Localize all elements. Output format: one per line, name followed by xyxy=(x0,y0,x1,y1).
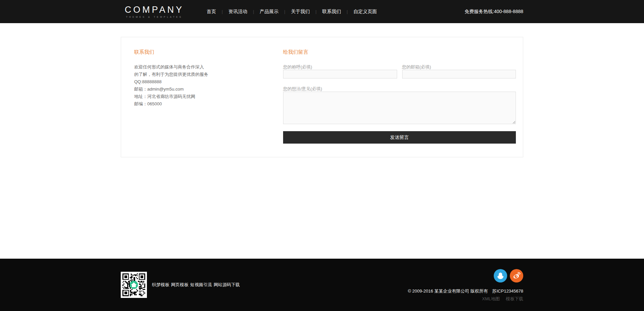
name-input[interactable] xyxy=(283,70,397,79)
nav-separator: | xyxy=(315,9,316,14)
contact-address: 地址：河北省廊坊市源码无忧网 xyxy=(134,93,283,100)
xml-sitemap-link[interactable]: XML地图 xyxy=(482,296,500,302)
message-form-section: 给我们留言 您的称呼(必填) 您的邮箱(必填) 您的想法/意见(必填) 发送留言 xyxy=(283,48,516,144)
nav-item-home[interactable]: 首页 xyxy=(207,7,216,17)
weibo-eye-glyph xyxy=(512,271,521,280)
template-download-link[interactable]: 模板下载 xyxy=(506,296,523,302)
nav-item-news[interactable]: 资讯活动 xyxy=(228,7,247,17)
qq-icon[interactable] xyxy=(494,269,507,282)
logo-title: COMPANY xyxy=(121,5,188,14)
footer: 织梦模板 网页模板 短视频引流 网站源码下载 xyxy=(0,259,644,311)
email-input[interactable] xyxy=(402,70,516,79)
contact-card: 联系我们 欢迎任何形式的媒体与商务合作深入 的了解，有利于为您提供更优质的服务 … xyxy=(121,37,523,157)
contact-postcode: 邮编：065000 xyxy=(134,100,283,108)
nav-item-custom-page[interactable]: 自定义页面 xyxy=(354,7,377,17)
weibo-icon[interactable] xyxy=(510,269,523,282)
email-field-label: 您的邮箱(必填) xyxy=(402,64,516,70)
contact-info-section: 联系我们 欢迎任何形式的媒体与商务合作深入 的了解，有利于为您提供更优质的服务 … xyxy=(134,48,283,144)
contact-qq: QQ:88888888 xyxy=(134,78,283,86)
email-field-group: 您的邮箱(必填) xyxy=(402,64,516,79)
footer-link-dedecms[interactable]: 织梦模板 xyxy=(152,282,169,288)
contact-info-lines: 欢迎任何形式的媒体与商务合作深入 的了解，有利于为您提供更优质的服务 QQ:88… xyxy=(134,63,283,108)
contact-section-title: 联系我们 xyxy=(134,48,283,55)
copyright-text: © 2009-2016 某某企业有限公司 版权所有 苏ICP12345678 xyxy=(408,288,523,294)
nav-separator: | xyxy=(253,9,254,14)
footer-link-webtemplate[interactable]: 网页模板 xyxy=(171,282,189,288)
footer-link-sourcecode[interactable]: 网站源码下载 xyxy=(214,282,240,288)
name-field-group: 您的称呼(必填) xyxy=(283,64,397,79)
contact-email: 邮箱：admin@ym5u.com xyxy=(134,86,283,93)
footer-links: 织梦模板 网页模板 短视频引流 网站源码下载 xyxy=(152,282,240,288)
message-textarea[interactable] xyxy=(283,92,516,124)
contact-intro-line-1: 欢迎任何形式的媒体与商务合作深入 xyxy=(134,63,283,71)
nav-separator: | xyxy=(284,9,285,14)
nav-item-products[interactable]: 产品展示 xyxy=(260,7,278,17)
header: COMPANY THEMES & TEMPLATES 首页 | 资讯活动 | 产… xyxy=(0,0,644,23)
qr-code-image xyxy=(121,272,147,298)
nav-separator: | xyxy=(347,9,348,14)
nav-item-contact[interactable]: 联系我们 xyxy=(322,7,341,17)
company-logo[interactable]: COMPANY THEMES & TEMPLATES xyxy=(121,5,188,18)
qr-code[interactable] xyxy=(121,272,147,298)
message-field-label: 您的想法/意见(必填) xyxy=(283,86,516,92)
footer-link-shortvideo[interactable]: 短视频引流 xyxy=(190,282,212,288)
nav-item-about[interactable]: 关于我们 xyxy=(291,7,310,17)
qq-penguin-glyph xyxy=(496,272,504,280)
name-field-label: 您的称呼(必填) xyxy=(283,64,397,70)
contact-intro-line-2: 的了解，有利于为您提供更优质的服务 xyxy=(134,71,283,78)
footer-bottom-links: XML地图 模板下载 xyxy=(482,296,523,302)
social-icons xyxy=(494,269,523,282)
service-hotline: 免费服务热线:400-888-8888 xyxy=(465,9,523,15)
nav-separator: | xyxy=(222,9,223,14)
send-message-button[interactable]: 发送留言 xyxy=(283,131,516,144)
logo-subtitle: THEMES & TEMPLATES xyxy=(121,16,188,18)
main-nav: 首页 | 资讯活动 | 产品展示 | 关于我们 | 联系我们 | 自定义页面 xyxy=(207,7,377,17)
message-field-group: 您的想法/意见(必填) xyxy=(283,86,516,125)
form-section-title: 给我们留言 xyxy=(283,48,516,55)
main-content: 联系我们 欢迎任何形式的媒体与商务合作深入 的了解，有利于为您提供更优质的服务 … xyxy=(0,23,644,259)
